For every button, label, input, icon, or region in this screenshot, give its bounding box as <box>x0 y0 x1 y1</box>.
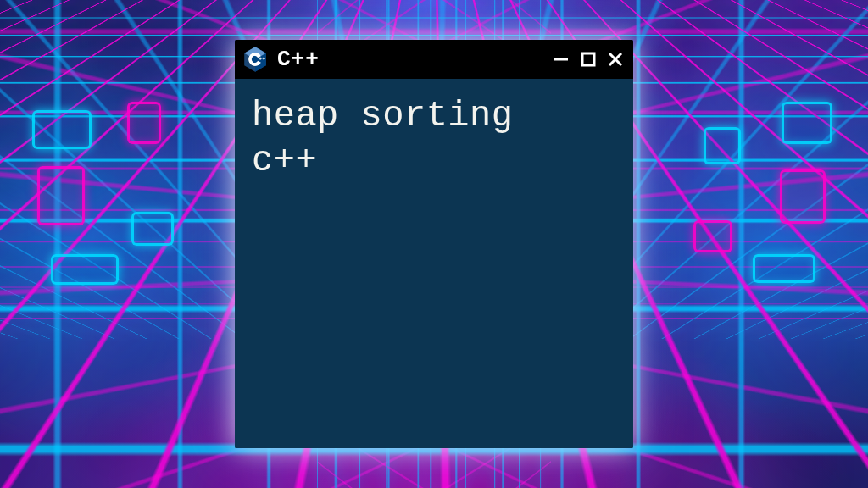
deco-panel <box>780 169 826 224</box>
deco-panel <box>704 127 741 164</box>
deco-panel <box>32 110 92 149</box>
titlebar[interactable]: C++ <box>235 40 633 79</box>
deco-panel <box>51 254 119 285</box>
window-title: C++ <box>277 47 543 72</box>
svg-rect-10 <box>264 58 264 60</box>
deco-panel <box>37 166 85 225</box>
close-button[interactable] <box>606 47 625 71</box>
cpp-logo-icon <box>242 46 269 73</box>
svg-rect-8 <box>260 58 261 60</box>
deco-panel <box>131 212 174 246</box>
window-controls <box>552 47 625 71</box>
deco-panel <box>753 254 815 283</box>
terminal-window: C++ heap sorting c++ <box>235 40 633 448</box>
terminal-content[interactable]: heap sorting c++ <box>235 79 633 448</box>
deco-panel <box>127 102 161 144</box>
minimize-button[interactable] <box>552 47 570 71</box>
deco-panel <box>782 102 832 144</box>
svg-rect-12 <box>582 53 594 65</box>
deco-panel <box>693 220 732 252</box>
maximize-button[interactable] <box>579 47 598 71</box>
